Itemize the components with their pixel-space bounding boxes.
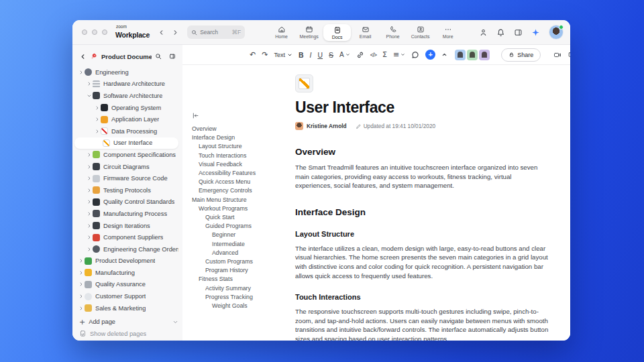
tab-more[interactable]: More (434, 24, 462, 40)
add-page-chevron-icon[interactable] (172, 319, 178, 325)
back-arrow-icon[interactable] (79, 53, 87, 60)
chevron-right-icon[interactable] (86, 247, 93, 252)
chevron-right-icon[interactable] (94, 117, 101, 122)
doc-heading-layout-structure[interactable]: Layout Structure (295, 230, 550, 238)
chevron-right-icon[interactable] (86, 235, 93, 240)
toc-item-quick-start[interactable]: Quick Start (192, 213, 284, 222)
doc-paragraph[interactable]: The responsive touchscreen supports mult… (295, 307, 550, 341)
toc-item-guided-programs[interactable]: Guided Programs (192, 222, 284, 231)
maximize-window-button[interactable] (102, 29, 107, 35)
tab-home[interactable]: Home (268, 24, 295, 40)
chat-icon[interactable] (568, 51, 570, 59)
toc-item-beginner[interactable]: Beginner (192, 231, 284, 239)
tree-item-firmware-source-code[interactable]: Firmware Source Code (72, 172, 182, 184)
chevron-right-icon[interactable] (86, 164, 93, 170)
tree-item-quality-assurance[interactable]: Quality Assurance (72, 279, 182, 291)
tree-item-engineering[interactable]: Engineering (72, 66, 182, 78)
chevron-right-icon[interactable] (86, 211, 93, 217)
sidebar-panel-icon[interactable] (169, 53, 176, 60)
doc-paragraph[interactable]: The Smart Treadmill features an intuitiv… (295, 163, 550, 190)
add-page-button[interactable]: + Add page (72, 316, 182, 328)
tab-contacts[interactable]: Contacts (407, 24, 434, 40)
tree-item-hardware-architecture[interactable]: Hardware Architecture (72, 78, 182, 90)
tree-item-product-development[interactable]: Product Development (72, 255, 182, 267)
tree-item-design-iterations[interactable]: Design Iterations (72, 220, 182, 232)
doc-emoji-icon[interactable] (295, 74, 313, 93)
toc-item-activity-summary[interactable]: Activity Summary (192, 284, 284, 293)
tree-item-sales-marketing[interactable]: Sales & Marketing (72, 302, 182, 314)
tree-item-customer-support[interactable]: Customer Support (72, 290, 182, 302)
chevron-right-icon[interactable] (78, 306, 85, 311)
ai-sparkle-icon[interactable] (531, 28, 540, 37)
chevron-right-icon[interactable] (86, 152, 93, 158)
underline-button[interactable]: U (317, 51, 323, 59)
tab-docs[interactable]: Docs (323, 24, 351, 41)
toc-item-emergency-controls[interactable]: Emergency Controls (192, 186, 284, 195)
chevron-right-icon[interactable] (94, 129, 101, 134)
tree-item-application-layer[interactable]: Application Layer (72, 113, 182, 125)
toc-item-advanced[interactable]: Advanced (192, 249, 284, 257)
tree-item-user-interface[interactable]: User Interface (74, 137, 178, 149)
undo-icon[interactable]: ↶ (250, 50, 256, 59)
nav-forward-icon[interactable] (172, 29, 179, 36)
toc-item-layout-structure[interactable]: Layout Structure (192, 142, 284, 151)
toc-item-visual-feedback[interactable]: Visual Feedback (192, 160, 284, 169)
side-panel-icon[interactable] (514, 28, 523, 37)
align-dropdown[interactable]: ≡ (393, 50, 405, 59)
chevron-right-icon[interactable] (78, 282, 85, 287)
chevron-right-icon[interactable] (86, 223, 93, 229)
bell-icon[interactable] (496, 28, 505, 37)
equation-icon[interactable]: Σ (382, 50, 387, 59)
toc-item-weight-goals[interactable]: Weight Goals (192, 302, 284, 310)
text-color-button[interactable]: A (339, 51, 350, 58)
tree-item-component-specifications[interactable]: Component Specifications (72, 149, 182, 161)
toc-item-accessibility-features[interactable]: Accessibility Features (192, 169, 284, 178)
chevron-right-icon[interactable] (78, 258, 85, 263)
global-search-input[interactable]: Search ⌘F (187, 25, 245, 39)
chevron-right-icon[interactable] (78, 270, 85, 276)
toc-item-fitness-stats[interactable]: Fitness Stats (192, 275, 284, 284)
chevron-right-icon[interactable] (86, 81, 93, 86)
toc-item-progress-tracking[interactable]: Progress Tracking (192, 293, 284, 302)
tab-phone[interactable]: Phone (379, 24, 407, 40)
collapse-toolbar-icon[interactable] (441, 52, 447, 58)
collaborator-avatars[interactable] (453, 50, 490, 60)
code-icon[interactable]: </> (370, 52, 376, 58)
tab-meetings[interactable]: Meetings (295, 24, 323, 40)
doc-title[interactable]: User Interface (295, 99, 550, 117)
window-controls[interactable] (82, 29, 107, 35)
italic-button[interactable]: I (310, 51, 312, 59)
close-window-button[interactable] (82, 29, 87, 35)
tab-email[interactable]: Email (352, 24, 379, 40)
redo-icon[interactable]: ↷ (262, 50, 268, 59)
tree-item-manufacturing-process[interactable]: Manufacturing Process (72, 208, 182, 220)
tree-item-manufacturing[interactable]: Manufacturing (72, 267, 182, 279)
show-deleted-pages-button[interactable]: Show deleted pages (72, 328, 182, 340)
chevron-down-icon[interactable] (86, 93, 93, 99)
toc-item-intermediate[interactable]: Intermediate (192, 240, 284, 249)
toc-item-custom-programs[interactable]: Custom Programs (192, 257, 284, 266)
sidebar-search-icon[interactable] (155, 53, 162, 60)
toc-item-touch-interactions[interactable]: Touch Interactions (192, 152, 284, 160)
chevron-right-icon[interactable] (94, 105, 101, 111)
toc-item-main-menu-structure[interactable]: Main Menu Structure (192, 196, 284, 204)
strikethrough-button[interactable]: S (329, 51, 333, 59)
workspace-title[interactable]: Product Documenta... (101, 53, 152, 60)
doc-heading-interface-design[interactable]: Interface Design (295, 207, 550, 217)
comment-icon[interactable] (411, 51, 419, 59)
toc-item-quick-access-menu[interactable]: Quick Access Menu (192, 178, 284, 186)
ai-plus-button[interactable]: + (425, 50, 435, 60)
doc-heading-overview[interactable]: Overview (295, 147, 550, 157)
share-button[interactable]: Share (501, 48, 541, 62)
video-icon[interactable] (553, 51, 561, 59)
bold-button[interactable]: B (299, 51, 304, 59)
chevron-right-icon[interactable] (86, 199, 93, 204)
tree-item-data-processing[interactable]: Data Processing (72, 125, 182, 137)
doc-paragraph[interactable]: The interface utilizes a clean, modern d… (295, 244, 550, 280)
chevron-right-icon[interactable] (86, 188, 93, 193)
doc-heading-touch-interactions[interactable]: Touch Interactions (295, 293, 550, 301)
minimize-window-button[interactable] (92, 29, 97, 35)
profile-icon[interactable] (479, 28, 488, 37)
toc-item-interface-design[interactable]: Interface Design (192, 133, 284, 142)
tree-item-engineering-change-orders[interactable]: Engineering Change Orders (72, 243, 182, 255)
